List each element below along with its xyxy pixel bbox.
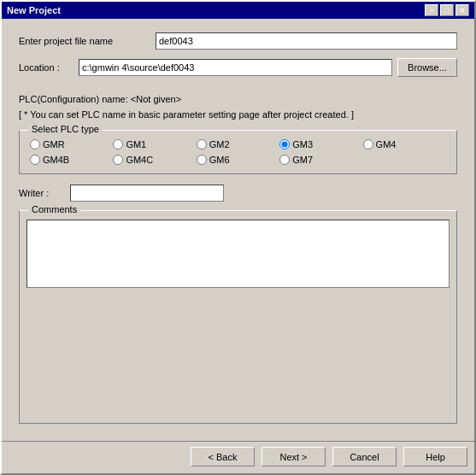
radio-gm6[interactable]: GM6 — [197, 155, 279, 165]
location-label: Location : — [19, 62, 79, 73]
radio-grid: GMR GM1 GM2 GM3 GM4 — [30, 139, 446, 165]
file-name-input[interactable] — [156, 32, 457, 50]
plc-name-text: PLC(Configuration) name: <Not given> — [19, 94, 181, 104]
next-button[interactable]: Next > — [262, 447, 326, 466]
radio-gm1[interactable]: GM1 — [113, 139, 196, 150]
minimize-button[interactable]: − — [425, 4, 438, 16]
file-name-row: Enter project file name — [19, 32, 457, 50]
title-bar-buttons: − □ × — [425, 4, 469, 16]
maximize-button[interactable]: □ — [440, 4, 454, 16]
help-button[interactable]: Help — [403, 447, 467, 466]
plc-type-groupbox-label: Select PLC type — [28, 124, 103, 134]
writer-label: Writer : — [19, 188, 70, 198]
radio-gm3[interactable]: GM3 — [279, 139, 362, 150]
comments-groupbox-label: Comments — [28, 204, 80, 214]
radio-gmr[interactable]: GMR — [30, 139, 113, 150]
note-row: [ * You can set PLC name in basic parame… — [19, 109, 457, 120]
window-title: New Project — [7, 5, 61, 15]
location-row: Location : Browse... — [19, 58, 457, 77]
back-button[interactable]: < Back — [191, 447, 255, 466]
plc-name-row: PLC(Configuration) name: <Not given> — [19, 94, 457, 104]
radio-gm7[interactable]: GM7 — [279, 155, 362, 165]
cancel-button[interactable]: Cancel — [332, 447, 397, 466]
radio-gm4[interactable]: GM4 — [363, 139, 446, 150]
close-button[interactable]: × — [455, 4, 469, 16]
file-name-label: Enter project file name — [19, 36, 156, 46]
comments-groupbox: Comments — [19, 210, 457, 424]
radio-gm4b[interactable]: GM4B — [30, 155, 113, 165]
location-input[interactable] — [79, 59, 392, 76]
new-project-window: New Project − □ × Enter project file nam… — [0, 0, 476, 475]
button-row: < Back Next > Cancel Help — [2, 441, 474, 473]
browse-button[interactable]: Browse... — [397, 58, 457, 77]
comments-textarea[interactable] — [26, 220, 450, 288]
radio-gm4c[interactable]: GM4C — [113, 155, 196, 165]
writer-row: Writer : — [19, 185, 457, 202]
note-text: [ * You can set PLC name in basic parame… — [19, 109, 354, 120]
writer-input[interactable] — [70, 185, 224, 202]
dialog-content: Enter project file name Location : Brows… — [2, 19, 474, 441]
title-bar: New Project − □ × — [2, 2, 474, 19]
plc-type-groupbox: Select PLC type GMR GM1 GM2 GM3 — [19, 130, 457, 174]
radio-gm2[interactable]: GM2 — [197, 139, 279, 150]
